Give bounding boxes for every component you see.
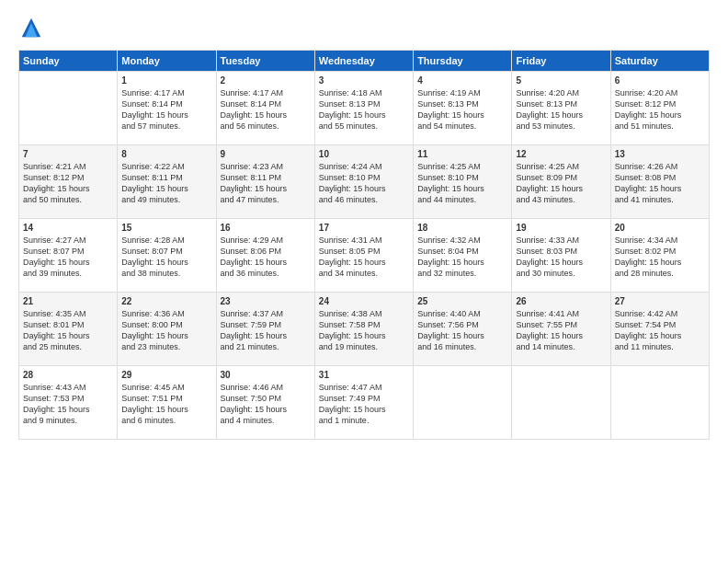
day-info: Sunrise: 4:36 AM Sunset: 8:00 PM Dayligh… [121,308,211,353]
calendar-cell: 13Sunrise: 4:26 AM Sunset: 8:08 PM Dayli… [610,145,709,219]
day-info: Sunrise: 4:17 AM Sunset: 8:14 PM Dayligh… [121,87,211,132]
weekday-header-tuesday: Tuesday [216,51,314,72]
day-number: 8 [121,149,211,159]
logo-icon [18,15,44,40]
day-number: 23 [221,296,311,306]
calendar-cell: 11Sunrise: 4:25 AM Sunset: 8:10 PM Dayli… [414,145,512,219]
calendar-cell: 9Sunrise: 4:23 AM Sunset: 8:11 PM Daylig… [216,145,314,219]
day-info: Sunrise: 4:42 AM Sunset: 7:54 PM Dayligh… [615,308,705,353]
day-number: 4 [417,75,507,86]
calendar-week-row: 7Sunrise: 4:21 AM Sunset: 8:12 PM Daylig… [19,145,710,219]
day-number: 20 [615,223,705,233]
calendar-cell: 17Sunrise: 4:31 AM Sunset: 8:05 PM Dayli… [314,219,413,293]
day-number: 31 [319,370,409,380]
day-info: Sunrise: 4:25 AM Sunset: 8:09 PM Dayligh… [516,161,606,206]
page: SundayMondayTuesdayWednesdayThursdayFrid… [0,0,728,563]
calendar-cell [512,366,610,440]
calendar-cell: 3Sunrise: 4:18 AM Sunset: 8:13 PM Daylig… [314,72,413,145]
calendar-cell: 18Sunrise: 4:32 AM Sunset: 8:04 PM Dayli… [414,219,512,293]
day-number: 29 [121,370,211,380]
day-info: Sunrise: 4:37 AM Sunset: 7:59 PM Dayligh… [221,308,311,353]
day-number: 2 [221,75,311,86]
weekday-header-row: SundayMondayTuesdayWednesdayThursdayFrid… [19,51,710,72]
day-number: 13 [615,149,705,159]
weekday-header-wednesday: Wednesday [314,51,413,72]
day-info: Sunrise: 4:29 AM Sunset: 8:06 PM Dayligh… [221,235,311,280]
day-info: Sunrise: 4:21 AM Sunset: 8:12 PM Dayligh… [23,161,113,206]
day-info: Sunrise: 4:47 AM Sunset: 7:49 PM Dayligh… [319,382,409,427]
calendar-cell: 30Sunrise: 4:46 AM Sunset: 7:50 PM Dayli… [216,366,314,440]
calendar-cell: 15Sunrise: 4:28 AM Sunset: 8:07 PM Dayli… [118,219,216,293]
day-info: Sunrise: 4:26 AM Sunset: 8:08 PM Dayligh… [615,161,705,206]
logo [18,15,48,40]
day-info: Sunrise: 4:23 AM Sunset: 8:11 PM Dayligh… [221,161,311,206]
calendar-week-row: 1Sunrise: 4:17 AM Sunset: 8:14 PM Daylig… [19,72,710,145]
weekday-header-thursday: Thursday [414,51,512,72]
calendar-cell: 16Sunrise: 4:29 AM Sunset: 8:06 PM Dayli… [216,219,314,293]
calendar-cell: 14Sunrise: 4:27 AM Sunset: 8:07 PM Dayli… [19,219,118,293]
calendar-cell: 4Sunrise: 4:19 AM Sunset: 8:13 PM Daylig… [414,72,512,145]
day-info: Sunrise: 4:19 AM Sunset: 8:13 PM Dayligh… [417,87,507,132]
calendar-cell: 1Sunrise: 4:17 AM Sunset: 8:14 PM Daylig… [118,72,216,145]
day-number: 16 [221,223,311,233]
calendar-cell: 19Sunrise: 4:33 AM Sunset: 8:03 PM Dayli… [512,219,610,293]
calendar-cell: 23Sunrise: 4:37 AM Sunset: 7:59 PM Dayli… [216,293,314,366]
day-number: 25 [417,296,507,306]
calendar-cell [19,72,118,145]
day-number: 24 [319,296,409,306]
day-number: 22 [121,296,211,306]
header [18,15,710,40]
calendar-cell [414,366,512,440]
calendar-week-row: 14Sunrise: 4:27 AM Sunset: 8:07 PM Dayli… [19,219,710,293]
weekday-header-saturday: Saturday [610,51,709,72]
day-number: 30 [221,370,311,380]
day-info: Sunrise: 4:22 AM Sunset: 8:11 PM Dayligh… [121,161,211,206]
day-number: 27 [615,296,705,306]
calendar-cell: 20Sunrise: 4:34 AM Sunset: 8:02 PM Dayli… [610,219,709,293]
day-number: 12 [516,149,606,159]
day-info: Sunrise: 4:24 AM Sunset: 8:10 PM Dayligh… [319,161,409,206]
calendar-cell: 12Sunrise: 4:25 AM Sunset: 8:09 PM Dayli… [512,145,610,219]
day-info: Sunrise: 4:38 AM Sunset: 7:58 PM Dayligh… [319,308,409,353]
day-number: 5 [516,75,606,86]
calendar-cell: 10Sunrise: 4:24 AM Sunset: 8:10 PM Dayli… [314,145,413,219]
calendar-cell: 26Sunrise: 4:41 AM Sunset: 7:55 PM Dayli… [512,293,610,366]
day-info: Sunrise: 4:28 AM Sunset: 8:07 PM Dayligh… [121,235,211,280]
calendar-cell: 27Sunrise: 4:42 AM Sunset: 7:54 PM Dayli… [610,293,709,366]
day-number: 19 [516,223,606,233]
day-number: 9 [221,149,311,159]
day-number: 1 [121,75,211,86]
calendar-table: SundayMondayTuesdayWednesdayThursdayFrid… [18,50,710,440]
calendar-cell: 28Sunrise: 4:43 AM Sunset: 7:53 PM Dayli… [19,366,118,440]
day-info: Sunrise: 4:40 AM Sunset: 7:56 PM Dayligh… [417,308,507,353]
day-number: 18 [417,223,507,233]
calendar-cell: 31Sunrise: 4:47 AM Sunset: 7:49 PM Dayli… [314,366,413,440]
day-info: Sunrise: 4:20 AM Sunset: 8:13 PM Dayligh… [516,87,606,132]
day-info: Sunrise: 4:27 AM Sunset: 8:07 PM Dayligh… [23,235,113,280]
day-number: 17 [319,223,409,233]
day-info: Sunrise: 4:45 AM Sunset: 7:51 PM Dayligh… [121,382,211,427]
day-info: Sunrise: 4:32 AM Sunset: 8:04 PM Dayligh… [417,235,507,280]
day-number: 6 [615,75,705,86]
weekday-header-sunday: Sunday [19,51,118,72]
calendar-cell: 22Sunrise: 4:36 AM Sunset: 8:00 PM Dayli… [118,293,216,366]
calendar-week-row: 28Sunrise: 4:43 AM Sunset: 7:53 PM Dayli… [19,366,710,440]
day-number: 15 [121,223,211,233]
calendar-cell [610,366,709,440]
weekday-header-monday: Monday [118,51,216,72]
day-info: Sunrise: 4:46 AM Sunset: 7:50 PM Dayligh… [221,382,311,427]
calendar-cell: 6Sunrise: 4:20 AM Sunset: 8:12 PM Daylig… [610,72,709,145]
day-info: Sunrise: 4:18 AM Sunset: 8:13 PM Dayligh… [319,87,409,132]
calendar-week-row: 21Sunrise: 4:35 AM Sunset: 8:01 PM Dayli… [19,293,710,366]
day-info: Sunrise: 4:17 AM Sunset: 8:14 PM Dayligh… [221,87,311,132]
day-info: Sunrise: 4:43 AM Sunset: 7:53 PM Dayligh… [23,382,113,427]
calendar-cell: 25Sunrise: 4:40 AM Sunset: 7:56 PM Dayli… [414,293,512,366]
day-info: Sunrise: 4:25 AM Sunset: 8:10 PM Dayligh… [417,161,507,206]
calendar-cell: 2Sunrise: 4:17 AM Sunset: 8:14 PM Daylig… [216,72,314,145]
day-number: 11 [417,149,507,159]
day-number: 10 [319,149,409,159]
day-info: Sunrise: 4:41 AM Sunset: 7:55 PM Dayligh… [516,308,606,353]
day-number: 21 [23,296,113,306]
calendar-cell: 5Sunrise: 4:20 AM Sunset: 8:13 PM Daylig… [512,72,610,145]
day-info: Sunrise: 4:34 AM Sunset: 8:02 PM Dayligh… [615,235,705,280]
